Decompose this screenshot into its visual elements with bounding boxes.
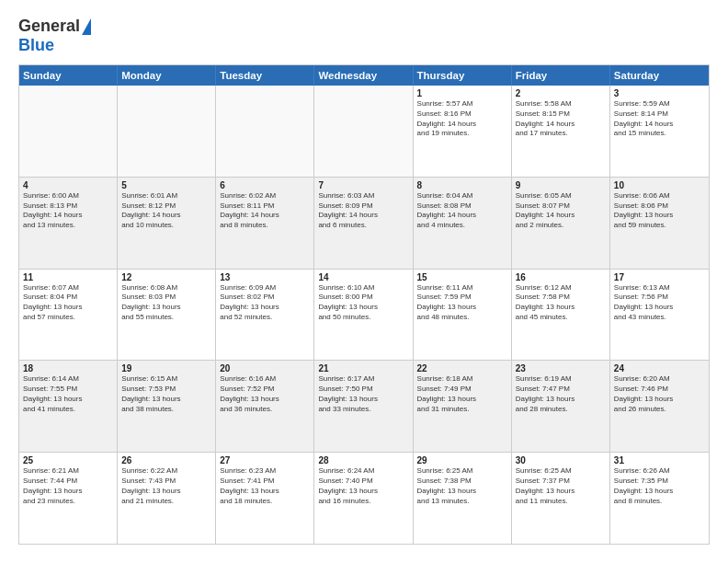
day-number: 27 [220, 455, 310, 465]
day-number: 25 [23, 455, 113, 465]
calendar-row: 18Sunrise: 6:14 AM Sunset: 7:55 PM Dayli… [19, 360, 709, 452]
calendar-cell: 18Sunrise: 6:14 AM Sunset: 7:55 PM Dayli… [19, 361, 118, 452]
calendar-header-cell: Thursday [414, 65, 512, 86]
calendar-cell: 9Sunrise: 6:05 AM Sunset: 8:07 PM Daylig… [512, 178, 610, 269]
calendar-cell: 12Sunrise: 6:08 AM Sunset: 8:03 PM Dayli… [118, 270, 216, 361]
calendar-cell: 25Sunrise: 6:21 AM Sunset: 7:44 PM Dayli… [19, 453, 118, 544]
calendar-header-cell: Wednesday [314, 65, 413, 86]
day-number: 31 [614, 455, 705, 465]
calendar-header-cell: Sunday [19, 65, 118, 86]
day-number: 18 [23, 363, 113, 373]
calendar-row: 4Sunrise: 6:00 AM Sunset: 8:13 PM Daylig… [19, 177, 709, 269]
calendar-cell [19, 86, 118, 177]
page: General Blue SundayMondayTuesdayWednesda… [0, 0, 728, 563]
cell-info-text: Sunrise: 6:25 AM Sunset: 7:37 PM Dayligh… [516, 466, 606, 506]
day-number: 1 [417, 88, 507, 98]
cell-info-text: Sunrise: 5:58 AM Sunset: 8:15 PM Dayligh… [516, 99, 606, 139]
calendar: SundayMondayTuesdayWednesdayThursdayFrid… [18, 64, 710, 545]
day-number: 30 [516, 455, 606, 465]
calendar-cell: 20Sunrise: 6:16 AM Sunset: 7:52 PM Dayli… [216, 361, 314, 452]
cell-info-text: Sunrise: 6:03 AM Sunset: 8:09 PM Dayligh… [318, 191, 408, 231]
calendar-cell: 16Sunrise: 6:12 AM Sunset: 7:58 PM Dayli… [512, 270, 610, 361]
calendar-cell: 29Sunrise: 6:25 AM Sunset: 7:38 PM Dayli… [414, 453, 512, 544]
calendar-cell: 27Sunrise: 6:23 AM Sunset: 7:41 PM Dayli… [216, 453, 314, 544]
calendar-cell: 5Sunrise: 6:01 AM Sunset: 8:12 PM Daylig… [118, 178, 216, 269]
cell-info-text: Sunrise: 5:59 AM Sunset: 8:14 PM Dayligh… [614, 99, 705, 139]
calendar-row: 25Sunrise: 6:21 AM Sunset: 7:44 PM Dayli… [19, 452, 709, 544]
day-number: 15 [417, 272, 507, 282]
calendar-cell: 23Sunrise: 6:19 AM Sunset: 7:47 PM Dayli… [512, 361, 610, 452]
cell-info-text: Sunrise: 6:20 AM Sunset: 7:46 PM Dayligh… [614, 374, 705, 414]
calendar-cell: 6Sunrise: 6:02 AM Sunset: 8:11 PM Daylig… [216, 178, 314, 269]
cell-info-text: Sunrise: 5:57 AM Sunset: 8:16 PM Dayligh… [417, 99, 507, 139]
day-number: 2 [516, 88, 606, 98]
day-number: 4 [23, 180, 113, 190]
calendar-cell: 28Sunrise: 6:24 AM Sunset: 7:40 PM Dayli… [314, 453, 413, 544]
calendar-row: 1Sunrise: 5:57 AM Sunset: 8:16 PM Daylig… [19, 86, 709, 177]
calendar-cell: 30Sunrise: 6:25 AM Sunset: 7:37 PM Dayli… [512, 453, 610, 544]
cell-info-text: Sunrise: 6:17 AM Sunset: 7:50 PM Dayligh… [318, 374, 408, 414]
cell-info-text: Sunrise: 6:08 AM Sunset: 8:03 PM Dayligh… [121, 283, 211, 323]
calendar-cell: 3Sunrise: 5:59 AM Sunset: 8:14 PM Daylig… [610, 86, 709, 177]
calendar-cell: 24Sunrise: 6:20 AM Sunset: 7:46 PM Dayli… [610, 361, 709, 452]
cell-info-text: Sunrise: 6:16 AM Sunset: 7:52 PM Dayligh… [220, 374, 310, 414]
day-number: 26 [121, 455, 211, 465]
calendar-cell [216, 86, 314, 177]
calendar-cell: 17Sunrise: 6:13 AM Sunset: 7:56 PM Dayli… [610, 270, 709, 361]
calendar-cell [118, 86, 216, 177]
cell-info-text: Sunrise: 6:13 AM Sunset: 7:56 PM Dayligh… [614, 283, 705, 323]
day-number: 12 [121, 272, 211, 282]
calendar-cell: 13Sunrise: 6:09 AM Sunset: 8:02 PM Dayli… [216, 270, 314, 361]
cell-info-text: Sunrise: 6:12 AM Sunset: 7:58 PM Dayligh… [516, 283, 606, 323]
cell-info-text: Sunrise: 6:11 AM Sunset: 7:59 PM Dayligh… [417, 283, 507, 323]
day-number: 21 [318, 363, 408, 373]
calendar-header: SundayMondayTuesdayWednesdayThursdayFrid… [19, 65, 709, 86]
calendar-cell: 2Sunrise: 5:58 AM Sunset: 8:15 PM Daylig… [512, 86, 610, 177]
cell-info-text: Sunrise: 6:21 AM Sunset: 7:44 PM Dayligh… [23, 466, 113, 506]
cell-info-text: Sunrise: 6:02 AM Sunset: 8:11 PM Dayligh… [220, 191, 310, 231]
cell-info-text: Sunrise: 6:09 AM Sunset: 8:02 PM Dayligh… [220, 283, 310, 323]
calendar-body: 1Sunrise: 5:57 AM Sunset: 8:16 PM Daylig… [19, 86, 709, 544]
day-number: 5 [121, 180, 211, 190]
calendar-header-cell: Saturday [610, 65, 709, 86]
day-number: 8 [417, 180, 507, 190]
cell-info-text: Sunrise: 6:24 AM Sunset: 7:40 PM Dayligh… [318, 466, 408, 506]
cell-info-text: Sunrise: 6:18 AM Sunset: 7:49 PM Dayligh… [417, 374, 507, 414]
calendar-header-cell: Monday [118, 65, 216, 86]
calendar-cell: 4Sunrise: 6:00 AM Sunset: 8:13 PM Daylig… [19, 178, 118, 269]
day-number: 3 [614, 88, 705, 98]
day-number: 9 [516, 180, 606, 190]
cell-info-text: Sunrise: 6:01 AM Sunset: 8:12 PM Dayligh… [121, 191, 211, 231]
day-number: 6 [220, 180, 310, 190]
day-number: 20 [220, 363, 310, 373]
day-number: 14 [318, 272, 408, 282]
cell-info-text: Sunrise: 6:07 AM Sunset: 8:04 PM Dayligh… [23, 283, 113, 323]
logo: General Blue [18, 17, 91, 55]
calendar-header-cell: Tuesday [216, 65, 314, 86]
calendar-row: 11Sunrise: 6:07 AM Sunset: 8:04 PM Dayli… [19, 269, 709, 361]
day-number: 11 [23, 272, 113, 282]
day-number: 7 [318, 180, 408, 190]
day-number: 13 [220, 272, 310, 282]
day-number: 17 [614, 272, 705, 282]
calendar-cell: 15Sunrise: 6:11 AM Sunset: 7:59 PM Dayli… [414, 270, 512, 361]
day-number: 19 [121, 363, 211, 373]
calendar-cell: 10Sunrise: 6:06 AM Sunset: 8:06 PM Dayli… [610, 178, 709, 269]
day-number: 24 [614, 363, 705, 373]
calendar-cell: 26Sunrise: 6:22 AM Sunset: 7:43 PM Dayli… [118, 453, 216, 544]
calendar-cell: 1Sunrise: 5:57 AM Sunset: 8:16 PM Daylig… [414, 86, 512, 177]
cell-info-text: Sunrise: 6:15 AM Sunset: 7:53 PM Dayligh… [121, 374, 211, 414]
calendar-cell: 7Sunrise: 6:03 AM Sunset: 8:09 PM Daylig… [314, 178, 413, 269]
logo-blue-text: Blue [18, 36, 54, 55]
calendar-cell: 19Sunrise: 6:15 AM Sunset: 7:53 PM Dayli… [118, 361, 216, 452]
logo-general-text: General [18, 17, 80, 36]
header: General Blue [18, 17, 710, 55]
cell-info-text: Sunrise: 6:22 AM Sunset: 7:43 PM Dayligh… [121, 466, 211, 506]
calendar-cell: 11Sunrise: 6:07 AM Sunset: 8:04 PM Dayli… [19, 270, 118, 361]
day-number: 23 [516, 363, 606, 373]
cell-info-text: Sunrise: 6:10 AM Sunset: 8:00 PM Dayligh… [318, 283, 408, 323]
day-number: 29 [417, 455, 507, 465]
calendar-header-cell: Friday [512, 65, 610, 86]
cell-info-text: Sunrise: 6:05 AM Sunset: 8:07 PM Dayligh… [516, 191, 606, 231]
logo-triangle-icon [82, 18, 91, 35]
